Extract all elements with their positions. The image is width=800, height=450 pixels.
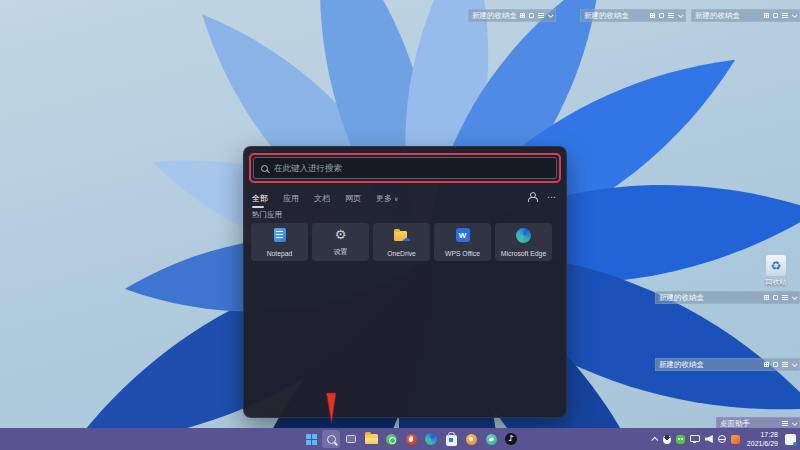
tab-documents[interactable]: 文档 — [312, 193, 332, 207]
hidden-icons-chevron-icon[interactable] — [651, 436, 658, 443]
green-app-icon — [386, 434, 397, 445]
lock-icon[interactable] — [773, 13, 778, 18]
file-explorer-button[interactable] — [362, 430, 380, 448]
lock-icon[interactable] — [659, 13, 664, 18]
search-panel: 全部 应用 文档 网页 更多∨ ⋯ 热门应用 Notepad ⚙ 设置 ☁ On… — [243, 146, 567, 418]
app-tile-label: Notepad — [267, 250, 293, 257]
chevron-down-icon[interactable] — [678, 12, 684, 18]
store-button[interactable] — [442, 430, 460, 448]
start-button[interactable] — [302, 430, 320, 448]
onedrive-icon: ☁ — [394, 228, 410, 241]
account-icon[interactable] — [527, 192, 536, 202]
network-input-icon[interactable] — [718, 435, 726, 443]
volume-icon[interactable] — [705, 435, 713, 443]
lock-icon[interactable] — [773, 362, 778, 367]
tab-apps-label: 应用 — [283, 194, 299, 203]
taskbar-clock[interactable]: 17:28 2021/6/29 — [745, 430, 780, 449]
menu-icon[interactable] — [538, 13, 544, 18]
organizer-box-controls — [764, 13, 796, 18]
desktop-assistant-title: 桌面助手 — [720, 419, 750, 429]
qq-tray-icon[interactable] — [663, 435, 671, 444]
menu-icon[interactable] — [782, 362, 788, 367]
menu-icon[interactable] — [782, 295, 788, 300]
cloud-glyph: ☁ — [402, 234, 411, 243]
notification-tray-icon[interactable] — [785, 434, 796, 445]
chevron-down-icon[interactable] — [548, 12, 554, 18]
recycle-bin-icon: ♻ — [766, 255, 786, 276]
organizer-box-bar[interactable]: 新建的收纳盒 — [691, 9, 800, 22]
organizer-box-controls — [764, 362, 796, 367]
settings-gear-icon: ⚙ — [335, 228, 347, 242]
wechat-tray-icon[interactable] — [676, 435, 685, 444]
app-teal-button[interactable] — [482, 430, 500, 448]
tab-web-label: 网页 — [345, 194, 361, 203]
app-tile-edge[interactable]: Microsoft Edge — [495, 223, 552, 261]
windows-logo-icon — [306, 434, 317, 445]
search-button[interactable] — [322, 430, 340, 448]
recycle-glyph: ♻ — [771, 260, 782, 272]
grid-icon[interactable] — [764, 295, 769, 300]
organizer-box-bar[interactable]: 新建的收纳盒 — [655, 291, 800, 304]
teal-app-icon — [486, 434, 497, 445]
display-tray-icon[interactable] — [690, 435, 700, 442]
wps-icon: W — [456, 228, 470, 242]
app-tile-label: OneDrive — [387, 250, 416, 257]
organizer-box-bar[interactable]: 新建的收纳盒 — [655, 358, 800, 371]
douyin-button[interactable]: ♪ — [502, 430, 520, 448]
clock-date: 2021/6/29 — [747, 439, 778, 448]
menu-icon[interactable] — [668, 13, 674, 18]
tab-all[interactable]: 全部 — [250, 193, 270, 207]
organizer-box-title: 新建的收纳盒 — [584, 11, 629, 21]
lock-icon[interactable] — [529, 13, 534, 18]
taskbar-tray: 17:28 2021/6/29 — [653, 428, 796, 450]
taskbar: ♪ 17:28 2021/6/29 — [0, 428, 800, 450]
assistant-controls — [782, 421, 796, 426]
menu-icon[interactable] — [782, 13, 788, 18]
lock-icon[interactable] — [773, 295, 778, 300]
edge-button[interactable] — [422, 430, 440, 448]
orange-tray-icon[interactable] — [731, 435, 740, 444]
top-apps-section-title: 热门应用 — [252, 210, 282, 220]
tab-more[interactable]: 更多∨ — [374, 193, 400, 207]
app-tile-label: Microsoft Edge — [501, 250, 546, 257]
more-options-icon[interactable]: ⋯ — [547, 193, 557, 202]
app-green-button[interactable] — [382, 430, 400, 448]
tab-web[interactable]: 网页 — [343, 193, 363, 207]
organizer-box-title: 新建的收纳盒 — [695, 11, 740, 21]
chevron-down-icon: ∨ — [394, 195, 398, 202]
top-apps-row: Notepad ⚙ 设置 ☁ OneDrive W WPS Office Mic… — [251, 223, 552, 261]
taskbar-pinned-icons: ♪ — [302, 428, 520, 450]
notepad-icon — [274, 228, 286, 242]
app-tile-wps-office[interactable]: W WPS Office — [434, 223, 491, 261]
orange-app-icon — [466, 434, 477, 445]
search-input[interactable] — [274, 163, 549, 173]
organizer-box-bar[interactable]: 新建的收纳盒 — [468, 9, 556, 22]
folder-icon — [365, 434, 378, 444]
chevron-down-icon[interactable] — [792, 294, 798, 300]
red-app-icon — [406, 434, 417, 445]
chevron-down-icon[interactable] — [792, 12, 798, 18]
organizer-box-bar[interactable]: 新建的收纳盒 — [580, 9, 686, 22]
clock-time: 17:28 — [747, 430, 778, 439]
grid-icon[interactable] — [520, 13, 525, 18]
search-box[interactable] — [253, 157, 557, 179]
app-red-button[interactable] — [402, 430, 420, 448]
menu-icon[interactable] — [782, 421, 788, 426]
grid-icon[interactable] — [650, 13, 655, 18]
app-orange-button[interactable] — [462, 430, 480, 448]
organizer-box-controls — [520, 13, 552, 18]
task-view-button[interactable] — [342, 430, 360, 448]
app-tile-notepad[interactable]: Notepad — [251, 223, 308, 261]
edge-icon — [425, 433, 437, 445]
organizer-box-controls — [764, 295, 796, 300]
grid-icon[interactable] — [764, 362, 769, 367]
app-tile-onedrive[interactable]: ☁ OneDrive — [373, 223, 430, 261]
chevron-down-icon[interactable] — [792, 361, 798, 367]
app-tile-label: 设置 — [334, 247, 348, 257]
grid-icon[interactable] — [764, 13, 769, 18]
chevron-down-icon[interactable] — [792, 420, 798, 426]
tab-apps[interactable]: 应用 — [281, 193, 301, 207]
recycle-bin-shortcut[interactable]: ♻ 回收站 — [756, 255, 796, 287]
douyin-icon: ♪ — [505, 433, 517, 445]
app-tile-settings[interactable]: ⚙ 设置 — [312, 223, 369, 261]
